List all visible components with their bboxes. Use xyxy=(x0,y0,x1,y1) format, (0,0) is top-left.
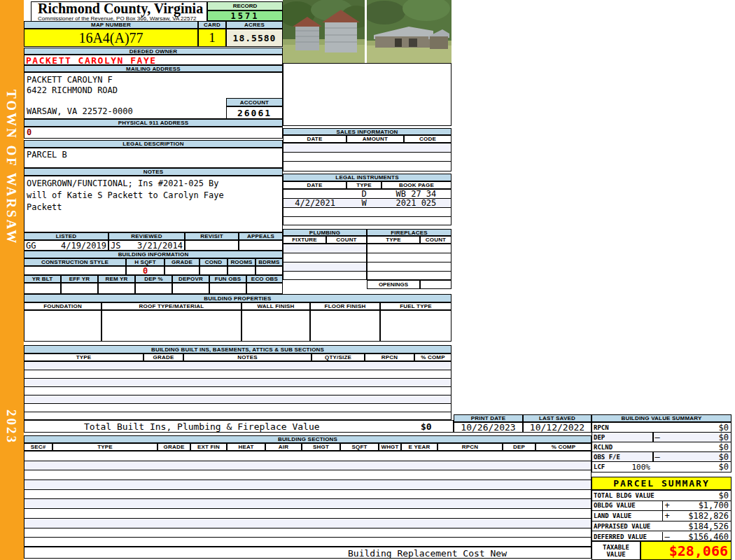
property-photo-barn xyxy=(367,0,451,63)
bs-eyear-header: E YEAR xyxy=(401,443,438,451)
bvs-label: LCF 100% xyxy=(592,463,652,472)
instrument-row xyxy=(284,217,451,225)
listed-date: 4/19/2019 xyxy=(61,241,106,251)
fireplaces-header: FIREPLACES xyxy=(367,229,451,236)
yrblt-value xyxy=(24,283,61,294)
bvs-row-rpcn: RPCN $0 xyxy=(592,423,731,433)
foundation-value xyxy=(24,310,102,342)
built-ins-total-value: $0 xyxy=(421,421,432,432)
remyr-value xyxy=(98,283,135,294)
ps-label: LAND VALUE xyxy=(592,512,662,519)
instrument-bookpage: 2021 025 xyxy=(382,198,451,208)
instrument-row xyxy=(284,208,451,217)
yrblt-header: YR BLT xyxy=(24,275,61,283)
building-sections-empty-rows xyxy=(24,451,592,547)
built-ins-qty-header: QTY/SIZE xyxy=(312,354,365,361)
bvs-sign: – xyxy=(652,452,661,462)
ps-sign: – xyxy=(662,532,671,542)
bs-grade-header: GRADE xyxy=(158,443,190,451)
grade-value xyxy=(164,266,200,275)
fuel-type-value xyxy=(380,310,451,342)
bvs-row-dep: DEP – $0 xyxy=(592,433,731,442)
instrument-date: 4/2/2021 xyxy=(284,198,346,208)
bvs-value: $0 xyxy=(661,462,731,472)
remyr-header: REM YR xyxy=(98,275,135,283)
bs-comp-header: % COMP xyxy=(536,443,592,451)
map-number-value: 16A4(A)77 xyxy=(24,29,198,47)
account-header: ACCOUNT xyxy=(226,98,283,106)
floor-finish-header: FLOOR FINISH xyxy=(310,302,380,310)
built-ins-notes-header: NOTES xyxy=(183,354,312,361)
deeded-owner-value: PACKETT CAROLYN FAYE xyxy=(24,55,283,65)
bvs-value: $0 xyxy=(661,452,731,462)
taxable-value-amount: $28,066 xyxy=(640,541,732,560)
mailing-line-3: WARSAW, VA 22572-0000 xyxy=(27,106,133,116)
mailing-address-header: MAILING ADDRESS xyxy=(24,65,283,72)
instrument-bookpage: WB 27 34 xyxy=(382,189,451,199)
bs-dep-header: DEP xyxy=(503,443,536,451)
bvs-lcf-label: LCF xyxy=(594,463,605,470)
fireplace-type-header: TYPE xyxy=(367,236,420,244)
county-title: Richmond County, Virginia xyxy=(31,2,206,15)
record-value: 1571 xyxy=(207,10,283,21)
ps-label: OBLDG VALUE xyxy=(592,502,662,509)
bs-whgt-header: WHGT xyxy=(379,443,401,451)
openings-value xyxy=(420,280,451,289)
ps-row-appraised: APPRAISED VALUE $184,526 xyxy=(592,522,731,532)
legal-instruments-rows: D WB 27 34 4/2/2021 W 2021 025 xyxy=(283,189,451,225)
bs-type-header: TYPE xyxy=(52,443,158,451)
bvs-row-rclnd: RCLND $0 xyxy=(592,442,731,452)
reviewed-value: JS 3/21/2014 xyxy=(108,240,185,251)
bdrms-header: BDRMS xyxy=(255,258,283,266)
dep-pct-value xyxy=(135,283,172,294)
bvs-lcf-pct: 100% xyxy=(632,463,651,472)
account-value: 26061 xyxy=(226,106,283,119)
instrument-type: D xyxy=(346,189,382,199)
deeded-owner-header: DEEDED OWNER xyxy=(24,48,283,55)
bvs-label: RPCN xyxy=(592,424,652,431)
sales-row xyxy=(284,144,451,153)
sidebar-town-label: TOWN OF WARSAW xyxy=(4,90,19,245)
sales-information-header: SALES INFORMATION xyxy=(283,128,451,135)
bs-sec-header: SEC# xyxy=(24,443,52,451)
bdrms-value xyxy=(255,266,283,275)
ps-value: $0 xyxy=(671,491,731,500)
construction-style-value xyxy=(24,266,126,275)
last-saved-value: 10/12/2022 xyxy=(523,422,592,433)
appeals-header: APPEALS xyxy=(239,232,283,240)
dep-pct-header: DEP % xyxy=(135,275,172,283)
replacement-cost-row: Building Replacement Cost New xyxy=(24,547,592,559)
ps-value: $1,700 xyxy=(671,500,731,510)
effyr-header: EFF YR xyxy=(61,275,98,283)
mailing-line-2: 6422 RICHMOND ROAD xyxy=(27,85,118,95)
physical-address-value: 0 xyxy=(24,127,283,139)
county-title-block: Richmond County, Virginia Commissioner o… xyxy=(31,1,207,21)
roof-type-value xyxy=(102,310,241,342)
built-ins-comp-header: % COMP xyxy=(414,354,451,361)
parcel-summary-table: TOTAL BLDG VALUE $0 OBLDG VALUE + $1,700… xyxy=(592,490,732,541)
bvs-value: $0 xyxy=(661,423,731,433)
legal-instruments-header: LEGAL INSTRUMENTS xyxy=(283,174,451,181)
ps-value: $182,826 xyxy=(671,511,731,521)
reviewed-date: 3/21/2014 xyxy=(137,241,183,251)
fireplaces-rows xyxy=(367,244,451,280)
fuel-type-header: FUEL TYPE xyxy=(380,302,451,310)
acres-header: ACRES xyxy=(226,21,283,29)
built-ins-total-label: Total Built Ins, Plumbing & Fireplace Va… xyxy=(84,421,320,432)
foundation-header: FOUNDATION xyxy=(24,302,102,310)
built-ins-grade-header: GRADE xyxy=(144,354,183,361)
revisit-header: REVISIT xyxy=(185,232,239,240)
hsqft-value: 0 xyxy=(126,266,164,275)
reviewed-by: JS xyxy=(111,241,120,251)
map-number-header: MAP NUMBER xyxy=(24,21,198,29)
notes-value: OVERGROWN/FUNCTIONAL; Ins #2021-025 By w… xyxy=(24,176,283,232)
ps-row-land: LAND VALUE + $182,826 xyxy=(592,511,731,522)
instrument-row: 4/2/2021 W 2021 025 xyxy=(284,199,451,208)
building-information-header: BUILDING INFORMATION xyxy=(24,251,283,258)
construction-style-header: CONSTRUCTION STYLE xyxy=(24,258,126,266)
building-sections-columns: SEC# TYPE GRADE EXT FIN HEAT AIR SHGT SQ… xyxy=(24,443,592,451)
print-date-value: 10/26/2023 xyxy=(454,422,523,433)
sales-empty-rows xyxy=(283,143,451,172)
built-ins-type-header: TYPE xyxy=(24,354,144,361)
physical-address-header: PHYSICAL 911 ADDRESS xyxy=(24,119,283,127)
